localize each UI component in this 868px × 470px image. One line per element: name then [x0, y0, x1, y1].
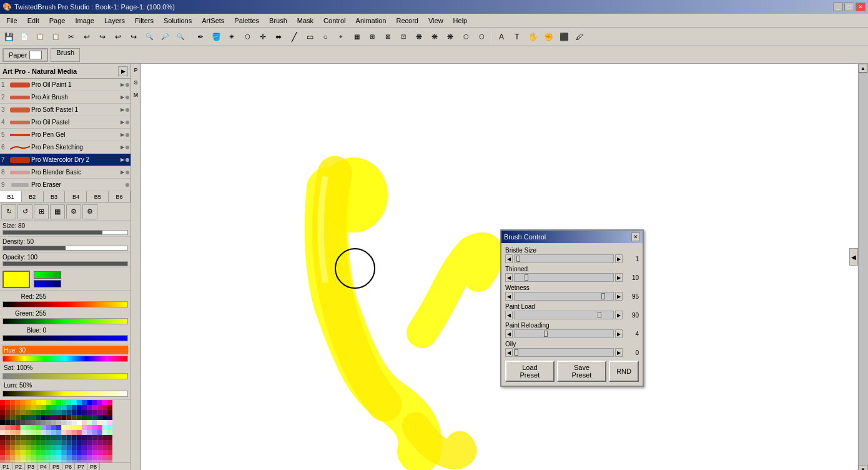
menu-mask[interactable]: Mask — [292, 16, 318, 26]
paint-load-track[interactable] — [514, 311, 614, 319]
palette-canvas[interactable] — [0, 400, 112, 462]
bristle-size-right[interactable]: ▶ — [615, 254, 623, 263]
green-slider[interactable] — [2, 318, 128, 324]
tb-star1[interactable]: ❋ — [412, 29, 427, 44]
green-gradient-swatch[interactable] — [34, 271, 61, 279]
menu-edit[interactable]: Edit — [22, 16, 44, 26]
brush-item-8[interactable]: 8 Pro Blender Basic ▶ — [0, 166, 131, 179]
brush-tab-b3[interactable]: B3 — [44, 191, 66, 202]
menu-image[interactable]: Image — [70, 16, 99, 26]
canvas-paper[interactable] — [141, 64, 858, 470]
canvas-area[interactable]: ▲ ▼ ◀ Brush Control ✕ Bristle Size ◀ — [141, 64, 868, 470]
palette-tab-p2[interactable]: P2 — [12, 463, 25, 470]
tb-textT[interactable]: T — [510, 29, 525, 44]
menu-filters[interactable]: Filters — [130, 16, 159, 26]
menu-artsets[interactable]: ArtSets — [197, 16, 229, 26]
tb-wand[interactable]: ✴ — [224, 29, 239, 44]
menu-view[interactable]: View — [423, 16, 448, 26]
bristle-size-thumb[interactable] — [516, 256, 520, 262]
tb-grid1[interactable]: ▦ — [349, 29, 364, 44]
palette-tab-p1[interactable]: P1 — [0, 463, 12, 470]
canvas-scrollbar[interactable]: ▲ ▼ — [858, 64, 868, 470]
tb-fist[interactable]: ✊ — [541, 29, 556, 44]
menu-page[interactable]: Page — [44, 16, 71, 26]
menu-control[interactable]: Control — [318, 16, 350, 26]
tb-grid3[interactable]: ⊠ — [380, 29, 395, 44]
brush-item-6[interactable]: 6 Pro Pen Sketching ▶ — [0, 141, 131, 154]
wetness-right[interactable]: ▶ — [615, 292, 623, 301]
brush-expand-4[interactable]: ▶ — [121, 119, 124, 125]
paint-load-left[interactable]: ◀ — [505, 311, 513, 319]
palette-tab-p6[interactable]: P6 — [62, 463, 75, 470]
brush-tab-b4[interactable]: B4 — [65, 191, 87, 202]
brush-expand-5[interactable]: ▶ — [121, 132, 124, 138]
oily-left[interactable]: ◀ — [505, 348, 513, 357]
tb-crosshair[interactable]: ✛ — [255, 29, 270, 44]
tb-copy2[interactable]: 📋 — [48, 29, 63, 44]
scroll-up-btn[interactable]: ▲ — [859, 64, 867, 72]
tb-rect[interactable]: ▭ — [302, 29, 317, 44]
tb-zoom1[interactable]: 🔍 — [142, 29, 157, 44]
hue-slider[interactable] — [2, 356, 128, 362]
paint-load-right[interactable]: ▶ — [615, 311, 623, 319]
tb-hex[interactable]: ⬡ — [240, 29, 255, 44]
save-preset-btn[interactable]: Save Preset — [557, 361, 606, 382]
brush-item-9[interactable]: 9 Pro Eraser — [0, 179, 131, 191]
tb-zoom3[interactable]: 🔍 — [173, 29, 188, 44]
wetness-track[interactable] — [514, 292, 614, 301]
brush-item-7[interactable]: 7 Pro Watercolor Dry 2 ▶ — [0, 154, 131, 166]
primary-color-swatch[interactable] — [2, 271, 30, 288]
lum-slider[interactable] — [2, 391, 128, 397]
paint-reloading-thumb[interactable] — [544, 331, 548, 337]
menu-solutions[interactable]: Solutions — [159, 16, 197, 26]
brush-button[interactable]: Brush — [51, 48, 80, 62]
density-track[interactable] — [2, 246, 128, 251]
tb-undo1[interactable]: ↩ — [79, 29, 94, 44]
paint-reloading-right[interactable]: ▶ — [615, 329, 623, 338]
tb-grid4[interactable]: ⊡ — [396, 29, 411, 44]
paint-reloading-left[interactable]: ◀ — [505, 329, 513, 338]
wetness-thumb[interactable] — [601, 293, 605, 299]
paper-color-swatch[interactable] — [29, 51, 42, 59]
tb-copy1[interactable]: 📋 — [32, 29, 47, 44]
palette-tab-p8[interactable]: P8 — [87, 463, 100, 470]
brush-tab-b2[interactable]: B2 — [22, 191, 44, 202]
scroll-down-btn[interactable]: ▼ — [859, 465, 867, 470]
blue-slider[interactable] — [2, 335, 128, 341]
artset-selector[interactable]: Art Pro - Natural Media ▶ — [0, 64, 131, 79]
tb-pen[interactable]: ✒ — [193, 29, 208, 44]
size-track[interactable] — [2, 230, 128, 235]
menu-record[interactable]: Record — [391, 16, 423, 26]
sat-slider[interactable] — [2, 373, 128, 379]
brush-expand-2[interactable]: ▶ — [121, 94, 124, 100]
brush-item-1[interactable]: 1 Pro Oil Paint 1 ▶ — [0, 79, 131, 91]
tb-lasso[interactable]: ⌖ — [333, 29, 348, 44]
red-slider[interactable] — [2, 301, 128, 308]
bristle-size-track[interactable] — [514, 254, 614, 263]
wetness-left[interactable]: ◀ — [505, 292, 513, 301]
opacity-track[interactable] — [2, 261, 128, 266]
tool-btn-2[interactable]: ↺ — [17, 204, 32, 219]
side-icon-m[interactable]: M — [132, 89, 141, 101]
menu-palettes[interactable]: Palettes — [229, 16, 264, 26]
rnd-btn[interactable]: RND — [609, 361, 639, 382]
tb-new[interactable]: 📄 — [17, 29, 32, 44]
palette-tab-p5[interactable]: P5 — [50, 463, 62, 470]
tb-undo2[interactable]: ↪ — [95, 29, 110, 44]
expand-arrow[interactable]: ◀ — [849, 248, 858, 266]
oily-track[interactable] — [514, 348, 614, 357]
tb-undo4[interactable]: ↪ — [126, 29, 141, 44]
menu-help[interactable]: Help — [448, 16, 473, 26]
tb-square[interactable]: ⬛ — [556, 29, 571, 44]
palette-tab-p3[interactable]: P3 — [25, 463, 37, 470]
thinned-thumb[interactable] — [525, 274, 528, 281]
artset-arrow[interactable]: ▶ — [118, 66, 128, 76]
oily-thumb[interactable] — [515, 349, 518, 356]
thinned-track[interactable] — [514, 273, 614, 282]
palette-tab-p7[interactable]: P7 — [75, 463, 87, 470]
thinned-right[interactable]: ▶ — [615, 273, 623, 282]
minimize-btn[interactable]: _ — [833, 2, 843, 11]
tb-grid2[interactable]: ⊞ — [365, 29, 380, 44]
brush-expand-7[interactable]: ▶ — [121, 157, 124, 162]
side-icon-s[interactable]: S — [132, 76, 141, 89]
